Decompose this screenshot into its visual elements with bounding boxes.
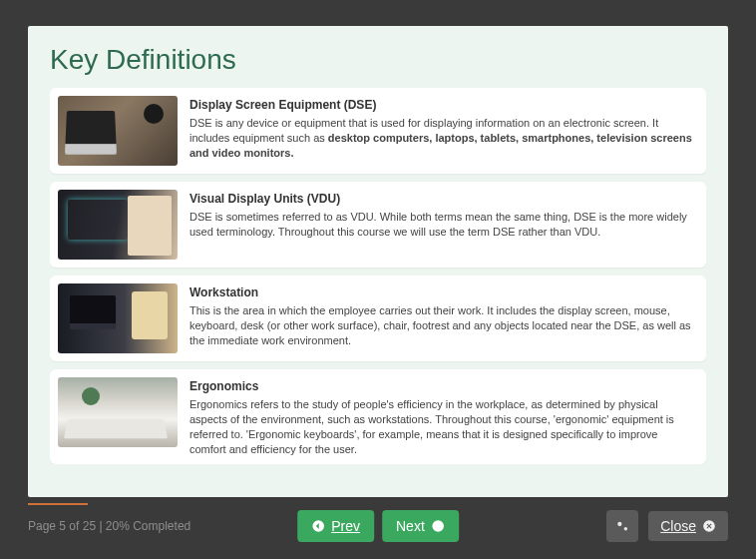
definition-card: Visual Display Units (VDU) DSE is someti… bbox=[50, 182, 706, 268]
svg-point-1 bbox=[624, 527, 627, 530]
svg-point-0 bbox=[617, 522, 621, 526]
close-button[interactable]: Close bbox=[648, 511, 728, 541]
definition-card: Ergonomics Ergonomics refers to the stud… bbox=[50, 369, 706, 464]
next-button[interactable]: Next bbox=[382, 510, 459, 542]
arrow-left-icon bbox=[311, 519, 325, 533]
card-text: Display Screen Equipment (DSE) DSE is an… bbox=[189, 96, 694, 161]
content-panel: Key Definitions Display Screen Equipment… bbox=[28, 26, 728, 497]
card-thumbnail bbox=[58, 96, 178, 166]
card-thumbnail bbox=[58, 190, 178, 260]
card-thumbnail bbox=[58, 377, 178, 447]
prev-button[interactable]: Prev bbox=[297, 510, 374, 542]
definition-card: Display Screen Equipment (DSE) DSE is an… bbox=[50, 88, 706, 174]
next-label: Next bbox=[396, 518, 425, 534]
settings-button[interactable] bbox=[606, 510, 638, 542]
right-controls: Close bbox=[606, 510, 728, 542]
card-body: DSE is any device or equipment that is u… bbox=[189, 116, 694, 161]
card-body: DSE is sometimes referred to as VDU. Whi… bbox=[189, 210, 694, 240]
definition-list: Display Screen Equipment (DSE) DSE is an… bbox=[50, 88, 706, 464]
card-title: Display Screen Equipment (DSE) bbox=[189, 98, 694, 112]
page-title: Key Definitions bbox=[50, 44, 706, 76]
nav-buttons: Prev Next bbox=[297, 510, 459, 542]
card-text: Ergonomics Ergonomics refers to the stud… bbox=[189, 377, 694, 456]
page-status: Page 5 of 25 | 20% Completed bbox=[28, 519, 190, 533]
card-title: Workstation bbox=[189, 285, 694, 299]
card-body: This is the area in which the employee c… bbox=[189, 303, 694, 348]
card-text: Visual Display Units (VDU) DSE is someti… bbox=[189, 190, 694, 240]
definition-card: Workstation This is the area in which th… bbox=[50, 276, 706, 361]
close-label: Close bbox=[660, 518, 696, 534]
card-body: Ergonomics refers to the study of people… bbox=[189, 397, 694, 456]
gears-icon bbox=[614, 518, 630, 534]
prev-label: Prev bbox=[331, 518, 360, 534]
progress-indicator bbox=[28, 503, 88, 505]
arrow-right-icon bbox=[431, 519, 445, 533]
close-icon bbox=[702, 519, 716, 533]
card-text: Workstation This is the area in which th… bbox=[189, 283, 694, 348]
card-thumbnail bbox=[58, 283, 178, 353]
card-title: Ergonomics bbox=[189, 379, 694, 393]
card-title: Visual Display Units (VDU) bbox=[189, 192, 694, 206]
footer: Page 5 of 25 | 20% Completed Prev Next bbox=[28, 507, 728, 545]
